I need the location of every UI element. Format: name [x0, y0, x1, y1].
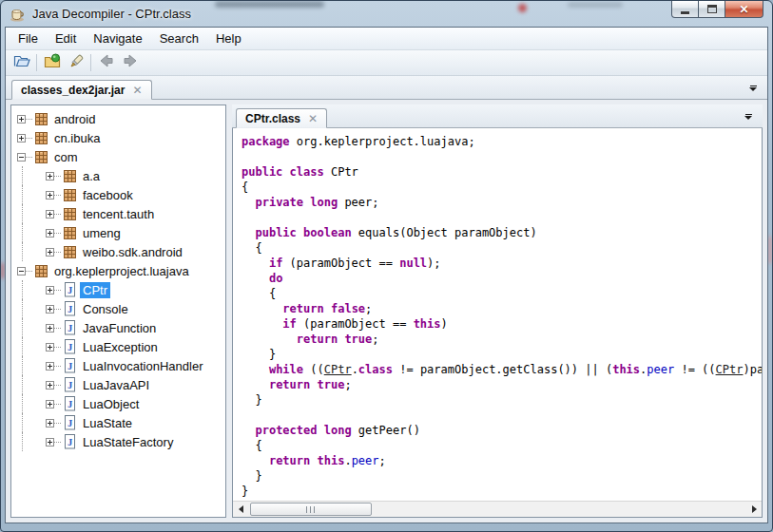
expand-plus-icon[interactable] [46, 229, 54, 238]
tree-item-label: weibo.sdk.android [80, 244, 185, 260]
source-tab-list-button[interactable] [741, 110, 756, 123]
code-line [242, 149, 762, 164]
tree-item-cn.ibuka[interactable]: cn.ibuka [11, 128, 225, 147]
expand-plus-icon[interactable] [46, 381, 54, 390]
expand-plus-icon[interactable] [17, 134, 26, 142]
tree-guide [17, 242, 46, 261]
maximize-button[interactable] [698, 1, 725, 18]
back-icon [98, 53, 115, 72]
package-icon [34, 111, 48, 126]
tree-item-LuaObject[interactable]: JLuaObject [11, 394, 225, 413]
code-line: public boolean equals(Object paramObject… [242, 225, 762, 240]
code-line [242, 210, 762, 225]
tree-item-a.a[interactable]: a.a [11, 166, 225, 185]
expand-plus-icon[interactable] [46, 191, 54, 200]
tree-item-org.keplerproject.luajava[interactable]: org.keplerproject.luajava [11, 261, 225, 280]
menu-edit[interactable]: Edit [47, 28, 85, 48]
expand-plus-icon[interactable] [46, 172, 54, 180]
tree-item-LuaStateFactory[interactable]: JLuaStateFactory [11, 432, 225, 451]
menu-navigate[interactable]: Navigate [85, 28, 150, 48]
forward-button[interactable] [118, 52, 142, 74]
tree-guide [17, 166, 46, 185]
tree-item-umeng[interactable]: umeng [11, 223, 225, 242]
expand-plus-icon[interactable] [46, 324, 54, 332]
tree-item-LuaState[interactable]: JLuaState [11, 413, 225, 432]
tree-item-facebook[interactable]: facebook [11, 185, 225, 204]
tree-item-Console[interactable]: JConsole [11, 299, 225, 318]
tab-classes-dex2jar[interactable]: classes_dex2jar.jar ✕ [11, 80, 152, 100]
java-class-icon: J [63, 358, 77, 373]
tree-connector [54, 233, 61, 234]
package-icon [34, 149, 48, 164]
minimize-button[interactable] [671, 1, 699, 18]
java-class-icon: J [63, 377, 77, 392]
tree-item-LuaInvocationHandler[interactable]: JLuaInvocationHandler [11, 356, 225, 375]
svg-text:J: J [68, 418, 72, 428]
title-bar[interactable]: Java Decompiler - CPtr.class ✕ [1, 1, 772, 27]
tree-item-label: JavaFunction [80, 320, 159, 336]
tree-connector [26, 119, 32, 120]
collapse-minus-icon[interactable] [17, 153, 26, 162]
tree-item-label: Console [80, 301, 131, 317]
tree-item-com[interactable]: com [11, 147, 225, 166]
open-type-button[interactable] [40, 52, 64, 74]
jar-tab-list-button[interactable] [745, 82, 761, 94]
expand-plus-icon[interactable] [46, 210, 54, 218]
expand-plus-icon[interactable] [46, 286, 54, 294]
code-line: { [242, 180, 762, 195]
tree-connector [54, 404, 61, 405]
expand-plus-icon[interactable] [46, 305, 54, 314]
java-class-icon: J [63, 396, 77, 411]
tree-connector [26, 271, 32, 272]
expand-plus-icon[interactable] [46, 343, 54, 352]
menu-bar: File Edit Navigate Search Help [6, 28, 767, 50]
tree-item-CPtr[interactable]: JCPtr [11, 280, 225, 299]
menu-help[interactable]: Help [207, 28, 250, 48]
toolbar-separator [36, 54, 37, 71]
tab-close-icon[interactable]: ✕ [308, 113, 318, 124]
tab-close-icon[interactable]: ✕ [132, 85, 142, 96]
type-link[interactable]: CPtr [716, 363, 744, 376]
code-line: } [242, 347, 762, 362]
tree-item-tencent.tauth[interactable]: tencent.tauth [11, 204, 225, 223]
menu-file[interactable]: File [10, 28, 47, 48]
back-button[interactable] [94, 52, 118, 74]
expand-plus-icon[interactable] [46, 248, 54, 256]
tree-connector [54, 214, 61, 215]
expand-plus-icon[interactable] [46, 400, 54, 408]
tree-item-weibo.sdk.android[interactable]: weibo.sdk.android [11, 242, 225, 261]
tree-guide [17, 223, 46, 242]
expand-plus-icon[interactable] [46, 438, 54, 446]
tree-item-JavaFunction[interactable]: JJavaFunction [11, 318, 225, 337]
scroll-right-arrow-icon[interactable] [746, 502, 762, 517]
tree-guide [17, 280, 46, 299]
tree-item-label: org.keplerproject.luajava [51, 263, 192, 279]
expand-plus-icon[interactable] [46, 362, 54, 370]
tree-item-LuaException[interactable]: JLuaException [11, 337, 225, 356]
expand-plus-icon[interactable] [46, 419, 54, 428]
svg-text:J: J [68, 342, 72, 352]
open-file-button[interactable] [10, 52, 33, 74]
collapse-minus-icon[interactable] [17, 267, 26, 276]
scroll-left-arrow-icon[interactable] [233, 502, 248, 517]
expand-plus-icon[interactable] [17, 115, 26, 124]
close-icon: ✕ [739, 4, 748, 15]
tree-connector [54, 423, 61, 424]
tree-item-label: LuaException [80, 339, 161, 355]
type-link[interactable]: CPtr [324, 363, 352, 376]
code-line: return false; [242, 301, 762, 316]
tree-guide [17, 413, 46, 432]
menu-search[interactable]: Search [151, 28, 207, 48]
horizontal-scrollbar[interactable] [233, 501, 762, 517]
scrollbar-thumb[interactable] [250, 503, 372, 516]
code-line: public class CPtr [242, 164, 762, 180]
search-button[interactable] [64, 52, 87, 74]
tree-guide [17, 356, 46, 375]
close-button[interactable]: ✕ [725, 1, 763, 18]
code-line: while ((CPtr.class != paramObject.getCla… [242, 362, 762, 377]
tree-item-LuaJavaAPI[interactable]: JLuaJavaAPI [11, 375, 225, 394]
tab-cptr-class[interactable]: CPtr.class ✕ [236, 108, 327, 128]
package-icon [63, 225, 77, 240]
tree-item-android[interactable]: android [11, 109, 225, 128]
code-line: { [242, 438, 762, 453]
